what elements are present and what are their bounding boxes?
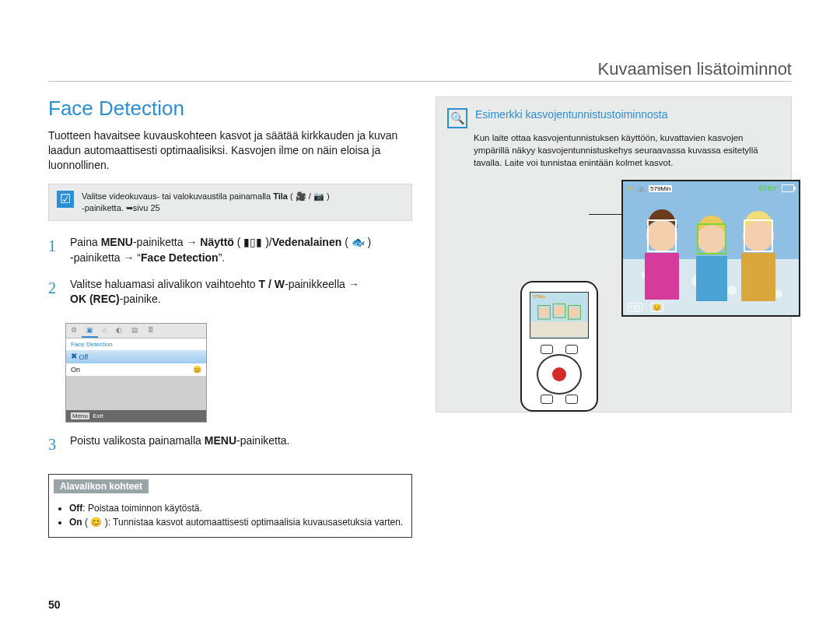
svg-point-4 [569, 307, 580, 318]
record-button-icon [552, 367, 566, 381]
steps-list: 1 Paina MENU-painiketta → Näyttö ( ▮▯▮ )… [48, 235, 412, 317]
svg-point-14 [727, 286, 737, 295]
osd-time-remaining: 579Min [649, 185, 672, 192]
example-desc: Kun laite ottaa kasvojentunnistuksen käy… [474, 132, 780, 169]
osd-bottom-bar: HD 😊 [628, 303, 663, 312]
camera-top-right-button [565, 345, 578, 354]
menu-title: Face Detection [66, 339, 206, 350]
check-icon: ☑ [57, 191, 74, 208]
face-detect-icon: 😊 [650, 303, 663, 312]
step-2: 2 Valitse haluamasi alivalikon vaihtoeht… [48, 277, 412, 307]
menu-item-off: ✖ Off [66, 350, 206, 363]
svg-rect-21 [741, 253, 775, 301]
step-number: 2 [48, 277, 59, 307]
camera-bottom-left-button [541, 395, 553, 404]
menu-footer: Menu Exit [66, 410, 206, 422]
camera-bottom-right-button [565, 395, 578, 404]
left-column: Face Detection Tuotteen havaitsee kuvaus… [48, 96, 412, 538]
example-panel: 🔍 Esimerkki kasvojentunnistustoiminnosta… [436, 96, 792, 412]
camera-mini-screen: 579Min [530, 292, 589, 339]
camera-menu-screenshot: ⚙▣⌂◐▤≣ Face Detection ✖ Off On😊 Menu Exi… [65, 323, 207, 423]
illustration-area: 579Min [474, 180, 780, 398]
svg-rect-1 [530, 321, 588, 336]
detection-example-shot: ☀ 🚲 579Min STBY HD 😊 [621, 180, 800, 317]
menu-item-on: On😊 [66, 363, 206, 376]
mode-note-box: ☑ Valitse videokuvaus- tai valokuvaustil… [48, 184, 412, 222]
camera-illustration: 579Min [520, 281, 598, 412]
step-1: 1 Paina MENU-painiketta → Näyttö ( ▮▯▮ )… [48, 235, 412, 265]
camera-top-left-button [541, 345, 553, 354]
steps-list-cont: 3 Poistu valikosta painamalla MENU-paini… [48, 433, 412, 466]
sun-icon: ☀ [628, 184, 634, 192]
step-text: Poistu valikosta painamalla MENU-painike… [70, 433, 289, 455]
bike-icon: 🚲 [637, 184, 646, 192]
osd-top-bar: ☀ 🚲 579Min STBY [628, 184, 794, 192]
magnifier-icon: 🔍 [447, 108, 467, 128]
chapter-title: Kuvaamisen lisätoiminnot [598, 59, 792, 79]
svg-text:579Min: 579Min [533, 295, 545, 299]
header-rule [48, 81, 792, 82]
submenu-header: Alavalikon kohteet [54, 479, 149, 493]
intro-paragraph: Tuotteen havaitsee kuvauskohteen kasvot … [48, 128, 412, 173]
menu-tab-strip: ⚙▣⌂◐▤≣ [66, 324, 206, 339]
example-title: Esimerkki kasvojentunnistustoiminnosta [475, 108, 667, 121]
step-text: Paina MENU-painiketta → Näyttö ( ▮▯▮ )/V… [70, 235, 371, 265]
step-text: Valitse haluamasi alivalikon vaihtoehto … [70, 277, 359, 307]
svg-point-3 [554, 306, 565, 317]
leader-line [589, 214, 621, 215]
step-number: 3 [48, 433, 59, 455]
svg-point-2 [539, 307, 550, 318]
camera-dpad [537, 354, 582, 395]
svg-point-18 [646, 220, 677, 251]
submenu-box: Alavalikon kohteet Off: Poistaa toiminno… [48, 474, 412, 538]
svg-rect-19 [696, 256, 727, 301]
step-3: 3 Poistu valikosta painamalla MENU-paini… [48, 433, 412, 455]
osd-stby-label: STBY [758, 184, 777, 192]
hd-icon: HD [628, 303, 642, 312]
step-number: 1 [48, 235, 59, 265]
battery-icon [782, 184, 794, 192]
svg-rect-17 [645, 253, 679, 300]
submenu-item-off: Off: Poistaa toiminnon käytöstä. [69, 501, 404, 515]
page-number: 50 [48, 598, 61, 611]
svg-point-16 [775, 290, 782, 298]
right-column: 🔍 Esimerkki kasvojentunnistustoiminnosta… [436, 96, 792, 538]
submenu-item-on: On ( 😊 ): Tunnistaa kasvot automaattises… [69, 515, 404, 529]
section-heading: Face Detection [48, 96, 412, 121]
note-text: Valitse videokuvaus- tai valokuvaustila … [82, 191, 330, 215]
